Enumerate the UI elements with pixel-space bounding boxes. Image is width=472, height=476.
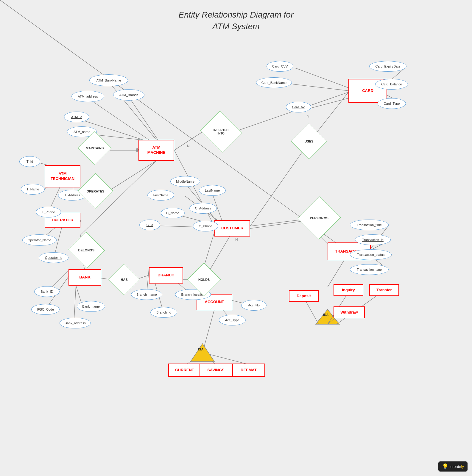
- diagram-title: Entity Relationship Diagram forATM Syste…: [179, 9, 294, 32]
- attr-middlename: MiddleName: [170, 176, 200, 187]
- attr-card-bankname: Card_BankName: [256, 77, 292, 88]
- attr-acc-type: Acc_Type: [219, 315, 246, 325]
- attr-bank-name: Bank_name: [77, 301, 105, 312]
- entity-atm-technician: ATMTECHNICIAN: [45, 165, 80, 187]
- attr-operator-name: Operator_Name: [22, 234, 57, 246]
- svg-line-14: [110, 161, 156, 190]
- attr-card-expirydate: Card_ExpiryDate: [369, 61, 406, 72]
- attr-transaction-id: Transaction_id: [355, 234, 391, 245]
- svg-line-36: [186, 353, 202, 364]
- entity-atm-machine: ATMMACHINE: [138, 140, 174, 161]
- attr-branch-name: Branch_name: [131, 289, 162, 300]
- rel-performs: PERFORMS: [298, 196, 341, 239]
- svg-line-57: [311, 98, 348, 108]
- rel-uses: USES: [291, 123, 327, 159]
- entity-current: CURRENT: [168, 364, 201, 377]
- attr-atm-branch: ATM_Branch: [113, 89, 144, 101]
- attr-atm-id: ATM_id: [64, 112, 89, 122]
- svg-line-55: [295, 68, 348, 88]
- attr-card-balance: Card_Balance: [375, 79, 408, 90]
- attr-t-name: T_Name: [21, 184, 45, 195]
- svg-text:N: N: [235, 238, 238, 242]
- attr-c-address: C_Address: [189, 203, 217, 214]
- attr-bank-address: Bank_address: [60, 318, 91, 328]
- attr-t-phone: T_Phone: [36, 207, 61, 217]
- entity-branch: BRANCH: [149, 267, 183, 284]
- svg-line-53: [320, 237, 328, 244]
- svg-line-51: [250, 141, 310, 226]
- attr-branch-id: Branch_id: [150, 307, 177, 318]
- svg-text:N: N: [187, 144, 190, 148]
- attr-operator-id: Operator_id: [39, 252, 68, 263]
- rel-belongs: BELONGS: [68, 232, 105, 269]
- svg-line-37: [202, 353, 216, 364]
- svg-text:N: N: [307, 114, 309, 118]
- attr-c-id: C_id: [139, 220, 160, 230]
- diagram-lines: N N N: [0, 0, 472, 476]
- attr-t-id: T_Id: [19, 156, 40, 167]
- attr-firstname: FirstName: [147, 190, 174, 201]
- svg-line-35: [202, 309, 214, 353]
- rel-operates: OPERATES: [77, 173, 113, 209]
- svg-line-38: [202, 353, 249, 364]
- svg-line-2: [129, 97, 158, 140]
- svg-line-47: [174, 131, 204, 150]
- svg-line-56: [293, 84, 348, 91]
- brand-label: creately: [450, 464, 464, 469]
- attr-ifsc-code: IFSC_Code: [31, 304, 60, 315]
- attr-bank-id: Bank_ID: [34, 286, 60, 297]
- entity-bank: BANK: [68, 269, 101, 286]
- attr-card-cvv: Card_CVV: [267, 61, 293, 72]
- entity-deemat: DEEMAT: [232, 364, 265, 377]
- rel-inserted-into: INSERTEDINTO: [200, 111, 242, 153]
- isa-account-label: ISA: [198, 347, 203, 351]
- entity-inquiry: Inquiry: [334, 284, 363, 296]
- entity-customer: CUSTOMER: [214, 220, 250, 237]
- entity-transfer: Transfer: [369, 284, 399, 296]
- bulb-icon: 💡: [442, 463, 448, 470]
- attr-atm-bankname: ATM_BankName: [89, 74, 128, 86]
- entity-savings: SAVINGS: [200, 364, 232, 377]
- isa-transaction-label: ISA: [323, 313, 328, 317]
- attr-transaction-time: Transaction_time: [350, 220, 389, 230]
- attr-card-no: Card_No: [286, 102, 311, 112]
- attr-lastname: LastName: [199, 185, 226, 196]
- attr-atm-address: ATM_address: [71, 91, 104, 102]
- diagram-container: Entity Relationship Diagram forATM Syste…: [0, 0, 472, 476]
- attr-acc-no: Acc_No: [241, 300, 267, 311]
- entity-withdraw: Withdraw: [334, 306, 365, 318]
- attr-c-phone: C_Phone: [193, 221, 218, 231]
- attr-transaction-status: Transaction_status: [350, 249, 392, 260]
- attr-card-type: Card_Type: [378, 98, 406, 109]
- entity-deposit: Deposit: [289, 290, 319, 302]
- svg-line-31: [204, 232, 214, 266]
- attr-c-name: C_Name: [161, 208, 185, 218]
- attr-transaction-type: Transaction_type: [350, 264, 389, 275]
- svg-marker-39: [191, 344, 214, 361]
- creately-badge: 💡 creately: [438, 461, 468, 472]
